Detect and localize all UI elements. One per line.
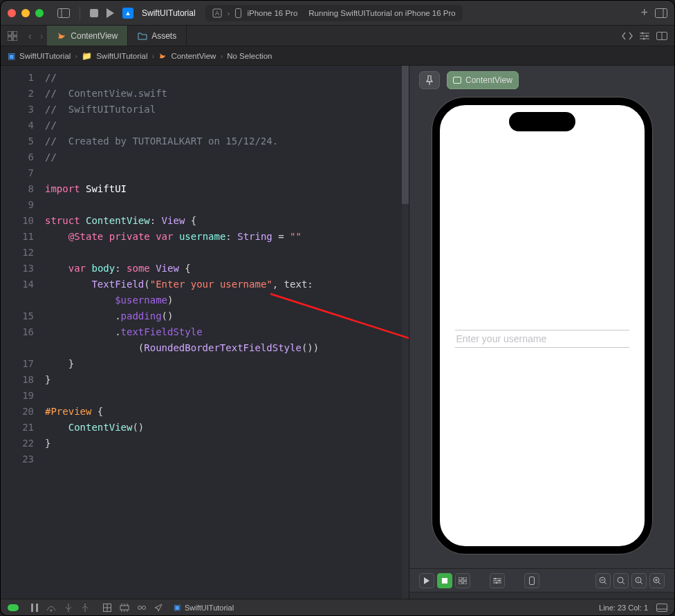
tab-label: Assets [151,31,176,41]
svg-text:A: A [215,10,219,17]
chevron-right-icon: › [75,52,77,60]
zoom-fit-button[interactable] [613,573,629,588]
rectangle-icon [453,77,461,84]
preview-toolbar: 1 [409,568,674,592]
svg-point-48 [50,609,53,611]
zoom-actual-button[interactable]: 1 [631,573,647,588]
debug-memory-button[interactable] [120,604,129,612]
environment-overrides-button[interactable] [138,604,146,612]
scrollbar-thumb[interactable] [402,66,409,204]
canvas-preview-pane: ContentView Enter your username [409,66,674,599]
project-icon: ▣ [8,51,15,61]
breadcrumb-project[interactable]: SwiftUITutorial [19,52,71,60]
adjust-editor-options-button[interactable] [640,32,649,40]
process-name[interactable]: SwiftUITutorial [185,604,234,612]
swift-file-icon [158,52,167,60]
step-over-button[interactable] [46,604,56,612]
chevron-right-icon: › [152,52,155,60]
svg-rect-10 [13,37,17,41]
jump-bar[interactable]: ▣ SwiftUITutorial › 📁 SwiftUITutorial › … [1,46,674,66]
variants-button[interactable] [455,573,470,588]
svg-point-15 [646,35,648,37]
dynamic-island [509,112,575,131]
device-settings-button[interactable] [490,573,505,588]
related-items-button[interactable] [1,26,24,46]
close-window-button[interactable] [8,9,16,17]
selectable-preview-button[interactable] [437,573,452,588]
svg-rect-56 [120,606,129,610]
app-icon: ▲ [118,5,138,21]
library-button[interactable]: + [640,6,648,20]
svg-rect-9 [8,37,12,41]
svg-rect-46 [31,604,33,612]
svg-rect-23 [459,577,462,580]
svg-rect-8 [13,31,17,35]
svg-rect-26 [463,581,467,584]
svg-rect-0 [58,8,70,17]
add-editor-button[interactable] [656,32,667,40]
zoom-out-button[interactable] [595,573,611,588]
app-icon: ▣ [174,603,181,612]
square-a-icon: A [212,8,222,18]
history-nav: ‹ › [24,26,47,46]
textfield-preview[interactable]: Enter your username [455,330,629,348]
tab-label: ContentView [71,31,118,41]
toggle-inspector-button[interactable] [655,8,667,18]
svg-line-43 [658,582,660,584]
minimize-window-button[interactable] [21,9,30,17]
line-number-gutter: 1234567891011121314 1516 17181920212223 [1,66,42,599]
breadcrumb-folder[interactable]: SwiftUITutorial [96,52,147,60]
svg-point-64 [142,606,146,609]
live-preview-button[interactable] [419,573,434,588]
code-review-button[interactable] [622,32,633,40]
svg-point-37 [618,577,623,583]
chevron-right-icon: › [220,52,223,60]
device-canvas[interactable]: Enter your username [409,95,674,568]
zoom-window-button[interactable] [35,9,44,17]
svg-rect-25 [459,581,462,584]
separator [80,7,80,19]
back-button[interactable]: ‹ [24,30,36,41]
step-out-button[interactable] [81,604,89,612]
toggle-navigator-button[interactable] [53,6,74,21]
textfield-placeholder: Enter your username [455,330,629,347]
breadcrumb-file[interactable]: ContentView [171,52,216,60]
step-into-button[interactable] [64,604,73,612]
running-indicator[interactable] [8,604,19,611]
svg-point-63 [138,606,142,609]
scheme-selector[interactable]: A › iPhone 16 Pro Running SwiftUITutoria… [205,5,463,21]
svg-rect-33 [530,577,535,584]
svg-rect-47 [36,604,38,612]
vertical-scrollbar[interactable] [402,66,409,599]
tab-contentview[interactable]: ContentView [47,26,128,46]
svg-text:1: 1 [638,578,640,582]
debug-bar: ▣ SwiftUITutorial Line: 23 Col: 1 [1,599,674,615]
horizontal-scrollbar[interactable] [409,592,674,599]
forward-button[interactable]: › [36,30,48,41]
source-editor[interactable]: 1234567891011121314 1516 17181920212223 … [1,66,409,599]
pause-button[interactable] [31,604,38,612]
svg-line-35 [604,582,607,584]
toggle-debug-area-button[interactable] [656,604,667,612]
pin-preview-button[interactable] [419,71,440,89]
svg-line-38 [622,582,625,584]
svg-rect-24 [463,577,467,580]
title-bar: ▲ SwiftUITutorial A › iPhone 16 Pro Runn… [1,1,674,26]
run-button[interactable] [102,6,118,21]
tab-assets[interactable]: Assets [128,26,187,46]
zoom-in-button[interactable] [649,573,665,588]
preview-header: ContentView [409,66,674,95]
tabbar-right [622,26,674,46]
simulate-location-button[interactable] [154,604,163,612]
svg-rect-65 [657,604,667,611]
preview-device-button[interactable] [524,573,539,588]
svg-point-52 [84,604,86,605]
debug-view-hierarchy-button[interactable] [103,604,111,612]
breadcrumb-selection[interactable]: No Selection [227,52,272,60]
svg-point-30 [494,577,497,579]
preview-target-chip[interactable]: ContentView [447,71,519,89]
stop-button[interactable] [86,6,102,20]
preview-target-label: ContentView [465,75,512,85]
code-area[interactable]: //// ContentView.swift// SwiftUITutorial… [42,66,409,599]
tab-bar: ‹ › ContentView Assets [1,26,674,46]
